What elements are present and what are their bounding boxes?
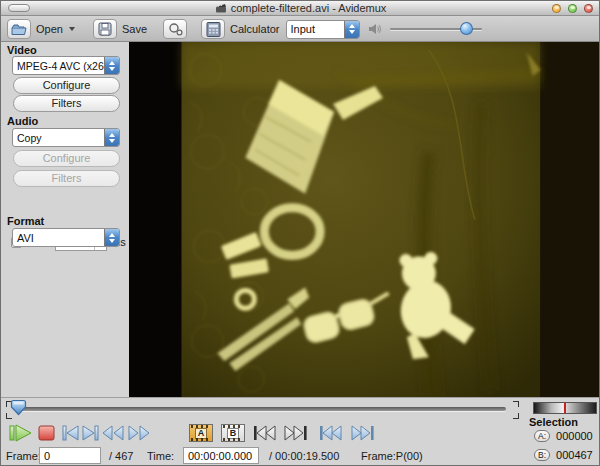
combo-stepper-icon [104,229,119,246]
volume-slider-thumb[interactable] [460,22,473,35]
save-label[interactable]: Save [122,23,147,35]
frame-type-label: Frame:P(00) [361,450,423,462]
play-icon [7,423,33,443]
app-icon [216,3,227,14]
calculator-label[interactable]: Calculator [230,23,280,35]
selection-header: Selection [529,416,578,428]
open-label[interactable]: Open [36,23,63,35]
selection-b-value: 000467 [556,449,593,461]
first-frame-button[interactable] [317,423,343,443]
combo-stepper-icon [344,21,359,38]
set-marker-a-button[interactable]: A [189,424,213,442]
status-row: Frame: / 467 Time: / 00:00:19.500 Frame:… [1,446,526,466]
shuttle-bar[interactable] [533,402,597,414]
properties-button[interactable] [163,19,187,39]
audio-filters-button[interactable]: Filters [13,170,120,187]
marker-a-letter: A [195,428,208,439]
previous-keyframe-icon [251,423,277,443]
selection-bracket-right-bottom [513,413,519,419]
volume-slider[interactable] [390,21,482,37]
rewind-icon [100,423,126,443]
speaker-icon[interactable] [368,23,382,35]
shuttle-marker [564,403,566,413]
frame-total-label: / 467 [109,450,133,462]
open-folder-icon [11,23,27,36]
stop-button[interactable] [34,423,60,443]
audio-configure-button[interactable]: Configure [13,150,120,167]
next-keyframe-button[interactable] [283,423,309,443]
minimize-button[interactable] [552,4,561,13]
selection-panel: Selection A: 000000 B: 000467 [526,398,600,466]
marker-b-letter: B [227,428,240,439]
play-button[interactable] [7,423,33,443]
format-section-header: Format [7,215,44,227]
gears-icon [168,22,183,36]
open-dropdown-arrow-icon[interactable] [69,27,75,31]
floppy-disk-icon [98,22,112,36]
open-button[interactable] [7,19,31,39]
selection-a-row: A: 000000 [534,430,593,442]
maximize-button[interactable] [568,4,577,13]
fast-forward-button[interactable] [126,423,152,443]
titlebar: complete-filtered.avi - Avidemux [1,1,600,16]
video-codec-selector[interactable]: MPEG-4 AVC (x264) [12,56,120,75]
stop-icon [34,423,60,443]
close-button[interactable] [584,4,593,13]
save-button[interactable] [93,19,117,39]
selection-b-row: B: 000467 [534,449,593,461]
previous-keyframe-button[interactable] [251,423,277,443]
selection-b-badge: B: [534,449,550,461]
selection-a-value: 000000 [556,430,593,442]
window-title: complete-filtered.avi - Avidemux [1,2,600,14]
time-input[interactable] [183,447,259,464]
calculator-icon [206,22,221,37]
last-frame-icon [350,423,376,443]
avidemux-window: complete-filtered.avi - Avidemux Open Sa… [0,0,600,466]
first-frame-icon [317,423,343,443]
main-toolbar: Open Save [1,17,600,42]
seek-slider-thumb[interactable] [10,399,27,416]
last-frame-button[interactable] [350,423,376,443]
video-frame [129,42,600,397]
video-section-header: Video [7,44,37,56]
selection-a-badge: A: [534,430,550,442]
time-total-label: / 00:00:19.500 [269,450,339,462]
combo-stepper-icon [104,57,119,74]
fast-forward-icon [126,423,152,443]
selection-bracket-right-top [513,401,519,407]
video-configure-button[interactable]: Configure [13,77,120,94]
audio-section-header: Audio [7,115,38,127]
frame-label: Frame: [6,450,41,462]
input-output-selector[interactable]: Input [286,20,360,39]
bottom-bar: A B [1,397,600,466]
next-keyframe-icon [283,423,309,443]
audio-codec-selector[interactable]: Copy [12,128,120,147]
time-label: Time: [147,450,174,462]
video-filters-button[interactable]: Filters [13,95,120,112]
sidebar: Video MPEG-4 AVC (x264) Configure Filter… [1,42,129,397]
calculator-button[interactable] [201,19,225,39]
set-marker-b-button[interactable]: B [221,424,245,442]
rewind-button[interactable] [100,423,126,443]
seek-slider-track[interactable] [14,407,506,411]
combo-stepper-icon [104,129,119,146]
format-selector[interactable]: AVI [12,228,120,247]
frame-number-input[interactable] [39,447,101,464]
video-preview [129,42,600,397]
